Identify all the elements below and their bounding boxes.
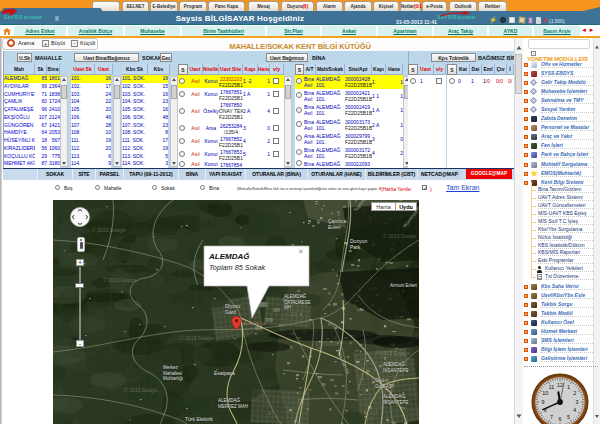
svg-text:5: 5 — [567, 414, 570, 420]
svg-text:9: 9 — [542, 399, 545, 405]
svg-text:11: 11 — [549, 384, 555, 390]
svg-text:2: 2 — [573, 390, 576, 396]
svg-text:6: 6 — [559, 416, 562, 422]
svg-text:3: 3 — [575, 399, 578, 405]
svg-text:1: 1 — [567, 384, 570, 390]
svg-text:12: 12 — [557, 382, 563, 388]
svg-text:4: 4 — [573, 407, 576, 413]
svg-text:10: 10 — [542, 390, 548, 396]
svg-text:7: 7 — [550, 414, 553, 420]
